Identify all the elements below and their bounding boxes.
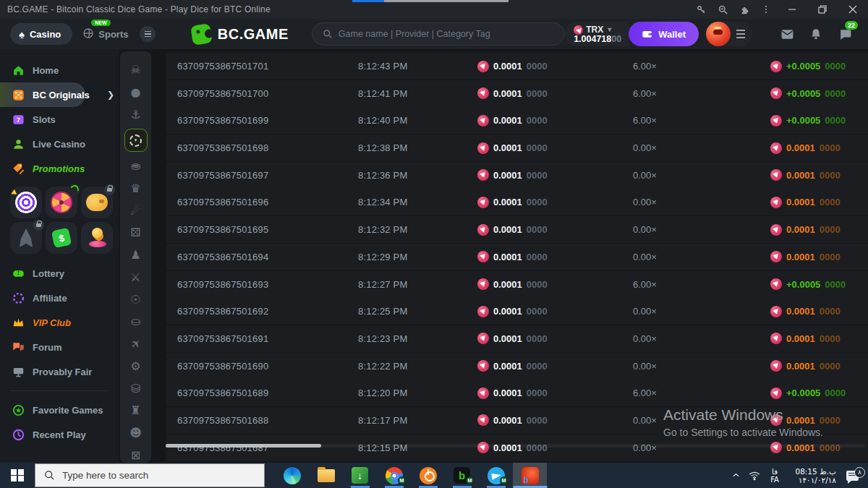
taskbar-app-telegram[interactable]: M xyxy=(479,463,513,488)
bet-time: 8:12:17 PM xyxy=(358,415,477,426)
mail-icon[interactable] xyxy=(773,27,801,41)
currency-selector[interactable]: TRX▼ 1.00471800 xyxy=(565,22,629,46)
bcgame-logo[interactable]: BC.GAME xyxy=(192,25,289,44)
taskbar-app-file-explorer[interactable] xyxy=(309,463,343,488)
bet-row[interactable]: 637097538675016918:12:23 PM0.000100000.0… xyxy=(166,325,868,352)
sidebar-item-bc-originals[interactable]: BC Originals xyxy=(0,82,85,107)
sidebar-item-promotions[interactable]: Promotions xyxy=(0,156,119,181)
promo-tile-spiral-target-bonus[interactable] xyxy=(10,187,42,218)
bet-row[interactable]: 637097538675016978:12:36 PM0.000100000.0… xyxy=(166,162,868,189)
search-input[interactable] xyxy=(339,29,554,39)
bet-row[interactable]: 637097538675016908:12:22 PM0.000100000.0… xyxy=(166,353,868,380)
bet-id: 63709753867501690 xyxy=(177,361,358,372)
taskbar-app-openvpn[interactable] xyxy=(411,463,445,488)
minimize-icon[interactable] xyxy=(777,0,807,19)
notifications-bell-icon[interactable] xyxy=(801,27,830,40)
bet-row[interactable]: 637097538675016878:12:15 PM0.000100000.0… xyxy=(166,435,868,461)
bet-multiplier: 6.00× xyxy=(633,388,770,398)
promo-tile-coin-drop-bonus[interactable] xyxy=(81,222,113,254)
taskbar-app-dice-app[interactable] xyxy=(513,463,547,488)
tile-x-game-icon[interactable]: ⊠ xyxy=(128,447,144,463)
bet-row[interactable]: 637097538675016988:12:38 PM0.000100000.0… xyxy=(166,134,868,161)
extensions-icon[interactable] xyxy=(733,0,755,19)
clock[interactable]: ب.ظ 08:15۱۴۰۱/۰۲/۱۸ xyxy=(786,467,836,484)
bet-row[interactable]: 637097538675016898:12:20 PM0.000100006.0… xyxy=(166,380,868,406)
robot-game-icon[interactable]: ♜ xyxy=(128,403,144,419)
bet-row[interactable]: 637097538675016968:12:34 PM0.000100000.0… xyxy=(166,189,868,215)
sidebar-item-home[interactable]: Home xyxy=(0,58,119,82)
bet-id: 63709753867501689 xyxy=(177,388,358,398)
scrollbar-thumb[interactable] xyxy=(166,444,321,448)
coin-hand-game-icon[interactable]: ⛀ xyxy=(128,314,144,330)
language-indicator[interactable]: فاFA xyxy=(764,468,786,484)
bet-amount: 0.00010000 xyxy=(477,115,633,127)
promo-tile-cash-tag-bonus[interactable]: $ xyxy=(46,222,77,254)
sidebar-item-live-casino[interactable]: Live Casino xyxy=(0,132,119,156)
bet-row[interactable]: 637097538675016938:12:27 PM0.000100006.0… xyxy=(166,271,868,298)
sports-tab[interactable]: NEW Sports xyxy=(82,23,128,45)
restore-icon[interactable] xyxy=(807,0,838,19)
sidebar-item-provably-fair[interactable]: Provably Fair xyxy=(0,359,119,384)
sidebar-item-lottery[interactable]: Lottery xyxy=(0,261,119,286)
sidebar-toggle-icon[interactable] xyxy=(140,26,155,42)
taskbar-search-input[interactable] xyxy=(62,470,255,481)
taskbar-app-idm[interactable]: ↓ xyxy=(343,463,377,488)
horizontal-scrollbar[interactable] xyxy=(166,444,865,448)
dice-3d-game-icon[interactable]: ⚄ xyxy=(128,225,144,241)
bet-row[interactable]: 637097538675016888:12:17 PM0.000100000.0… xyxy=(166,407,868,434)
helmet-game-icon[interactable]: ☻ xyxy=(128,425,144,441)
action-center-icon[interactable]: ٨ xyxy=(836,471,868,481)
sidebar-item-forum[interactable]: Forum xyxy=(0,335,119,359)
browser-menu-icon[interactable] xyxy=(755,0,777,19)
crown-game-icon[interactable]: ♛ xyxy=(128,181,144,197)
chat-icon[interactable]: 22 xyxy=(830,27,859,41)
promo-tile-rocket-bonus[interactable] xyxy=(10,222,42,254)
mask-game-icon[interactable]: ☠ xyxy=(128,62,144,78)
casino-tab[interactable]: ♠ Casino xyxy=(10,23,72,45)
profile-menu[interactable] xyxy=(706,22,752,46)
bet-time: 8:12:36 PM xyxy=(358,170,477,181)
bet-row[interactable]: 637097538675016948:12:29 PM0.000100000.0… xyxy=(166,244,868,270)
promo-tile-lucky-wheel-spin[interactable] xyxy=(46,187,77,218)
ring-icon xyxy=(11,291,25,305)
trx-coin-icon xyxy=(477,61,489,72)
bet-amount: 0.00010000 xyxy=(477,333,633,344)
taskbar-app-chrome-m[interactable]: M xyxy=(377,463,411,488)
sidebar-item-recent-play[interactable]: Recent Play xyxy=(0,422,119,447)
sidebar-item-affiliate[interactable]: Affiliate xyxy=(0,286,119,310)
tray-chevron-icon[interactable] xyxy=(726,471,745,479)
sword-game-icon[interactable]: ⚔ xyxy=(128,270,144,286)
chips-game-icon[interactable]: ⛂ xyxy=(128,158,144,174)
fishing-game-icon[interactable]: ⚓ xyxy=(128,106,144,122)
bet-payout: 0.00010000 xyxy=(770,333,841,344)
bomb-game-icon[interactable]: ☄ xyxy=(128,202,144,218)
saucer-game-icon[interactable]: ☉ xyxy=(128,291,144,307)
bet-row[interactable]: 637097538675017018:12:43 PM0.000100006.0… xyxy=(166,53,868,80)
pawn-game-icon[interactable]: ♟ xyxy=(128,247,144,263)
cards-game-icon[interactable]: ⛁ xyxy=(128,380,144,396)
trx-coin-icon xyxy=(770,224,782,236)
close-icon[interactable] xyxy=(838,0,868,19)
taskbar-app-bcgame[interactable]: bM xyxy=(445,463,479,488)
timer-icon xyxy=(69,184,80,195)
rocket-game-icon[interactable]: ✈ xyxy=(124,333,147,355)
classic-dice-game-icon[interactable]: ▾ xyxy=(124,129,148,152)
sidebar-item-vip-club[interactable]: VIP Club xyxy=(0,310,119,335)
bet-row[interactable]: 637097538675016998:12:40 PM0.000100006.0… xyxy=(166,107,868,134)
zoom-icon[interactable] xyxy=(712,0,733,19)
promo-tile-piggy-bank-bonus[interactable] xyxy=(81,187,113,218)
bet-row[interactable]: 637097538675016958:12:32 PM0.000100000.0… xyxy=(166,216,868,243)
bet-row[interactable]: 637097538675017008:12:41 PM0.000100006.0… xyxy=(166,80,868,107)
gear-game-icon[interactable]: ⚙ xyxy=(128,358,144,374)
password-key-icon[interactable] xyxy=(690,0,712,19)
bet-row[interactable]: 637097538675016928:12:25 PM0.000100000.0… xyxy=(166,298,868,325)
sidebar-item-favorite-games[interactable]: Favorite Games xyxy=(0,398,119,422)
start-button[interactable] xyxy=(0,463,35,488)
fruit-game-icon[interactable]: ● xyxy=(128,85,144,100)
taskbar-app-edge[interactable] xyxy=(275,463,309,488)
wifi-icon[interactable] xyxy=(745,470,764,481)
selected-dice-glyph: ▾ xyxy=(129,134,142,147)
wallet-button[interactable]: Wallet xyxy=(629,22,699,46)
sidebar-item-slots[interactable]: 7Slots xyxy=(0,107,119,132)
taskbar-search-icon xyxy=(44,470,55,481)
